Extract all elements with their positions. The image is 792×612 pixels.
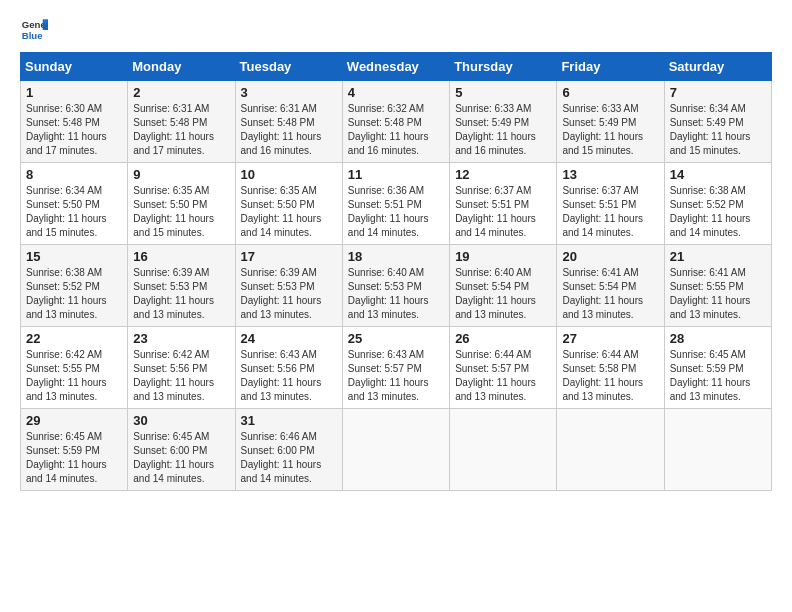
day-info: Sunrise: 6:31 AM Sunset: 5:48 PM Dayligh…: [133, 102, 229, 158]
day-info: Sunrise: 6:45 AM Sunset: 6:00 PM Dayligh…: [133, 430, 229, 486]
day-number: 25: [348, 331, 444, 346]
weekday-header-monday: Monday: [128, 53, 235, 81]
day-number: 31: [241, 413, 337, 428]
calendar-cell: 22Sunrise: 6:42 AM Sunset: 5:55 PM Dayli…: [21, 327, 128, 409]
day-info: Sunrise: 6:36 AM Sunset: 5:51 PM Dayligh…: [348, 184, 444, 240]
day-info: Sunrise: 6:32 AM Sunset: 5:48 PM Dayligh…: [348, 102, 444, 158]
day-number: 3: [241, 85, 337, 100]
calendar-cell: 4Sunrise: 6:32 AM Sunset: 5:48 PM Daylig…: [342, 81, 449, 163]
day-number: 18: [348, 249, 444, 264]
calendar-cell: 2Sunrise: 6:31 AM Sunset: 5:48 PM Daylig…: [128, 81, 235, 163]
calendar-cell: 25Sunrise: 6:43 AM Sunset: 5:57 PM Dayli…: [342, 327, 449, 409]
calendar-cell: 15Sunrise: 6:38 AM Sunset: 5:52 PM Dayli…: [21, 245, 128, 327]
calendar-cell: 20Sunrise: 6:41 AM Sunset: 5:54 PM Dayli…: [557, 245, 664, 327]
calendar-table: SundayMondayTuesdayWednesdayThursdayFrid…: [20, 52, 772, 491]
calendar-cell: 27Sunrise: 6:44 AM Sunset: 5:58 PM Dayli…: [557, 327, 664, 409]
day-number: 19: [455, 249, 551, 264]
day-info: Sunrise: 6:44 AM Sunset: 5:58 PM Dayligh…: [562, 348, 658, 404]
calendar-row-4: 22Sunrise: 6:42 AM Sunset: 5:55 PM Dayli…: [21, 327, 772, 409]
day-number: 16: [133, 249, 229, 264]
logo-icon: General Blue: [20, 16, 48, 44]
calendar-cell: 23Sunrise: 6:42 AM Sunset: 5:56 PM Dayli…: [128, 327, 235, 409]
calendar-cell: 16Sunrise: 6:39 AM Sunset: 5:53 PM Dayli…: [128, 245, 235, 327]
calendar-cell: 7Sunrise: 6:34 AM Sunset: 5:49 PM Daylig…: [664, 81, 771, 163]
day-info: Sunrise: 6:40 AM Sunset: 5:53 PM Dayligh…: [348, 266, 444, 322]
calendar-cell: 11Sunrise: 6:36 AM Sunset: 5:51 PM Dayli…: [342, 163, 449, 245]
day-number: 9: [133, 167, 229, 182]
calendar-row-3: 15Sunrise: 6:38 AM Sunset: 5:52 PM Dayli…: [21, 245, 772, 327]
day-info: Sunrise: 6:33 AM Sunset: 5:49 PM Dayligh…: [562, 102, 658, 158]
calendar-cell: 30Sunrise: 6:45 AM Sunset: 6:00 PM Dayli…: [128, 409, 235, 491]
day-info: Sunrise: 6:37 AM Sunset: 5:51 PM Dayligh…: [455, 184, 551, 240]
calendar-cell: 3Sunrise: 6:31 AM Sunset: 5:48 PM Daylig…: [235, 81, 342, 163]
day-number: 23: [133, 331, 229, 346]
day-number: 2: [133, 85, 229, 100]
calendar-cell: 18Sunrise: 6:40 AM Sunset: 5:53 PM Dayli…: [342, 245, 449, 327]
weekday-header-saturday: Saturday: [664, 53, 771, 81]
day-number: 17: [241, 249, 337, 264]
day-info: Sunrise: 6:45 AM Sunset: 5:59 PM Dayligh…: [670, 348, 766, 404]
day-info: Sunrise: 6:34 AM Sunset: 5:49 PM Dayligh…: [670, 102, 766, 158]
day-info: Sunrise: 6:30 AM Sunset: 5:48 PM Dayligh…: [26, 102, 122, 158]
calendar-cell: 24Sunrise: 6:43 AM Sunset: 5:56 PM Dayli…: [235, 327, 342, 409]
day-number: 13: [562, 167, 658, 182]
calendar-cell: 28Sunrise: 6:45 AM Sunset: 5:59 PM Dayli…: [664, 327, 771, 409]
day-number: 1: [26, 85, 122, 100]
day-info: Sunrise: 6:42 AM Sunset: 5:56 PM Dayligh…: [133, 348, 229, 404]
day-info: Sunrise: 6:31 AM Sunset: 5:48 PM Dayligh…: [241, 102, 337, 158]
day-info: Sunrise: 6:35 AM Sunset: 5:50 PM Dayligh…: [241, 184, 337, 240]
weekday-header-thursday: Thursday: [450, 53, 557, 81]
page-header: General Blue: [20, 16, 772, 44]
day-info: Sunrise: 6:43 AM Sunset: 5:56 PM Dayligh…: [241, 348, 337, 404]
day-number: 26: [455, 331, 551, 346]
calendar-cell: 14Sunrise: 6:38 AM Sunset: 5:52 PM Dayli…: [664, 163, 771, 245]
calendar-cell: 21Sunrise: 6:41 AM Sunset: 5:55 PM Dayli…: [664, 245, 771, 327]
day-info: Sunrise: 6:44 AM Sunset: 5:57 PM Dayligh…: [455, 348, 551, 404]
calendar-cell: 17Sunrise: 6:39 AM Sunset: 5:53 PM Dayli…: [235, 245, 342, 327]
calendar-cell: 5Sunrise: 6:33 AM Sunset: 5:49 PM Daylig…: [450, 81, 557, 163]
day-number: 21: [670, 249, 766, 264]
day-info: Sunrise: 6:38 AM Sunset: 5:52 PM Dayligh…: [26, 266, 122, 322]
weekday-header-tuesday: Tuesday: [235, 53, 342, 81]
day-info: Sunrise: 6:34 AM Sunset: 5:50 PM Dayligh…: [26, 184, 122, 240]
day-number: 4: [348, 85, 444, 100]
day-number: 28: [670, 331, 766, 346]
day-number: 30: [133, 413, 229, 428]
day-info: Sunrise: 6:42 AM Sunset: 5:55 PM Dayligh…: [26, 348, 122, 404]
day-number: 10: [241, 167, 337, 182]
calendar-cell: 6Sunrise: 6:33 AM Sunset: 5:49 PM Daylig…: [557, 81, 664, 163]
calendar-cell: [450, 409, 557, 491]
day-number: 5: [455, 85, 551, 100]
calendar-cell: 9Sunrise: 6:35 AM Sunset: 5:50 PM Daylig…: [128, 163, 235, 245]
day-number: 7: [670, 85, 766, 100]
day-number: 8: [26, 167, 122, 182]
day-info: Sunrise: 6:41 AM Sunset: 5:55 PM Dayligh…: [670, 266, 766, 322]
day-number: 29: [26, 413, 122, 428]
weekday-header-sunday: Sunday: [21, 53, 128, 81]
day-number: 15: [26, 249, 122, 264]
weekday-header-wednesday: Wednesday: [342, 53, 449, 81]
calendar-cell: 13Sunrise: 6:37 AM Sunset: 5:51 PM Dayli…: [557, 163, 664, 245]
day-info: Sunrise: 6:39 AM Sunset: 5:53 PM Dayligh…: [241, 266, 337, 322]
day-number: 11: [348, 167, 444, 182]
day-number: 6: [562, 85, 658, 100]
day-number: 22: [26, 331, 122, 346]
day-info: Sunrise: 6:40 AM Sunset: 5:54 PM Dayligh…: [455, 266, 551, 322]
weekday-row: SundayMondayTuesdayWednesdayThursdayFrid…: [21, 53, 772, 81]
calendar-cell: 19Sunrise: 6:40 AM Sunset: 5:54 PM Dayli…: [450, 245, 557, 327]
day-number: 14: [670, 167, 766, 182]
calendar-cell: [342, 409, 449, 491]
calendar-cell: 29Sunrise: 6:45 AM Sunset: 5:59 PM Dayli…: [21, 409, 128, 491]
day-info: Sunrise: 6:41 AM Sunset: 5:54 PM Dayligh…: [562, 266, 658, 322]
calendar-row-5: 29Sunrise: 6:45 AM Sunset: 5:59 PM Dayli…: [21, 409, 772, 491]
calendar-cell: 1Sunrise: 6:30 AM Sunset: 5:48 PM Daylig…: [21, 81, 128, 163]
calendar-cell: 8Sunrise: 6:34 AM Sunset: 5:50 PM Daylig…: [21, 163, 128, 245]
calendar-cell: 26Sunrise: 6:44 AM Sunset: 5:57 PM Dayli…: [450, 327, 557, 409]
calendar-cell: 10Sunrise: 6:35 AM Sunset: 5:50 PM Dayli…: [235, 163, 342, 245]
weekday-header-friday: Friday: [557, 53, 664, 81]
day-info: Sunrise: 6:39 AM Sunset: 5:53 PM Dayligh…: [133, 266, 229, 322]
day-number: 20: [562, 249, 658, 264]
calendar-header: SundayMondayTuesdayWednesdayThursdayFrid…: [21, 53, 772, 81]
day-info: Sunrise: 6:38 AM Sunset: 5:52 PM Dayligh…: [670, 184, 766, 240]
calendar-cell: 31Sunrise: 6:46 AM Sunset: 6:00 PM Dayli…: [235, 409, 342, 491]
